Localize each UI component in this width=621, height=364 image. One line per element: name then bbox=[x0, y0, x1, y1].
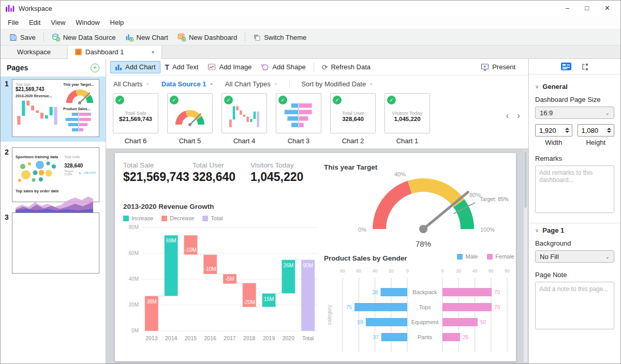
minimize-button[interactable]: – bbox=[566, 1, 569, 16]
structure-outline-icon[interactable] bbox=[581, 63, 589, 71]
width-stepper[interactable] bbox=[535, 124, 572, 136]
filter-data-source[interactable]: Data Source 1 ⌄ bbox=[161, 80, 214, 88]
legend-swatch bbox=[457, 254, 463, 260]
page-size-select[interactable]: 16:9 ⌄ bbox=[535, 107, 614, 119]
remarks-textarea[interactable] bbox=[535, 165, 614, 213]
menu-view[interactable]: View bbox=[46, 19, 70, 26]
add-text-button[interactable]: T Add Text bbox=[160, 61, 203, 73]
mini-tornado-chart bbox=[282, 102, 315, 128]
menu-help[interactable]: Help bbox=[105, 19, 129, 26]
menu-edit[interactable]: Edit bbox=[24, 19, 46, 26]
page-thumbnail-2[interactable]: 2 Sportmen training data bbox=[1, 145, 106, 207]
gallery-forward-button[interactable]: › bbox=[517, 111, 520, 121]
chevron-down-icon: ⌄ bbox=[209, 80, 213, 86]
tornado-chart[interactable]: Product Sales by Gender Male Female 0020… bbox=[324, 254, 515, 361]
new-chart-button[interactable]: New Chart bbox=[121, 31, 173, 44]
close-button[interactable]: ✕ bbox=[604, 1, 610, 16]
maximize-button[interactable]: □ bbox=[585, 1, 589, 16]
text-tool-icon: T bbox=[165, 63, 170, 71]
width-label: Width bbox=[535, 139, 572, 146]
add-image-button[interactable]: Add Image bbox=[203, 61, 256, 73]
page-thumbnail-1[interactable]: 1 Total Sale $21,569,743 2013-2020 Reven… bbox=[1, 77, 106, 142]
filter-all-charts[interactable]: All Charts ⌄ bbox=[113, 80, 150, 88]
page-thumbnail-3[interactable]: 3 bbox=[1, 210, 106, 278]
thumb-target: Target: 3,000 bbox=[64, 170, 76, 176]
main-toolbar: Save New Data Source New Chart bbox=[1, 29, 620, 46]
new-dashboard-button[interactable]: New Dashboard bbox=[173, 31, 242, 44]
chart-gallery: ✓ Total Sale $21,569,743 Chart 6 ✓ Chart… bbox=[106, 92, 528, 149]
data-source-icon bbox=[52, 33, 60, 41]
waterfall-chart[interactable]: 2013-2020 Revenue Growth Increase Decrea… bbox=[123, 203, 324, 353]
canvas-toolbar: Add Chart T Add Text Add Image bbox=[106, 59, 528, 75]
chart-card-3[interactable]: ✓ Chart 3 bbox=[276, 93, 321, 148]
add-page-button[interactable]: + bbox=[91, 64, 99, 72]
step-up-icon[interactable] bbox=[565, 128, 569, 130]
new-data-source-button[interactable]: New Data Source bbox=[47, 31, 121, 44]
dashboard-page[interactable]: Total Sale $21,569,743 Total User 328,64… bbox=[115, 153, 516, 361]
chart-card-4[interactable]: ✓ Chart 4 bbox=[221, 93, 267, 148]
svg-text:0%: 0% bbox=[358, 226, 366, 233]
add-shape-button[interactable]: Add Shape bbox=[256, 61, 310, 73]
remarks-label: Remarks bbox=[535, 155, 614, 162]
menu-file[interactable]: File bbox=[3, 19, 24, 26]
step-down-icon[interactable] bbox=[565, 131, 569, 133]
svg-text:60: 60 bbox=[489, 268, 494, 274]
filter-chart-types[interactable]: All Chart Types ⌄ bbox=[225, 80, 278, 88]
svg-text:38: 38 bbox=[372, 290, 378, 295]
refresh-data-button[interactable]: ⟳ Refresh Data bbox=[317, 61, 375, 73]
kpi-total-sale: Total Sale $21,569,743 bbox=[123, 161, 193, 184]
svg-text:-10M: -10M bbox=[204, 266, 216, 272]
chart-card-2[interactable]: ✓ Total User 328,640 Chart 2 bbox=[330, 93, 376, 148]
gallery-back-button[interactable]: ‹ bbox=[506, 111, 509, 121]
step-up-icon[interactable] bbox=[607, 128, 611, 130]
section-general[interactable]: ∨ General bbox=[535, 83, 614, 90]
svg-text:20: 20 bbox=[456, 268, 462, 274]
present-icon bbox=[481, 63, 489, 71]
switch-theme-button[interactable]: Switch Theme bbox=[248, 31, 311, 44]
chart-card-1[interactable]: ✓ Visitors Today 1,045,220 Chart 1 bbox=[385, 93, 430, 148]
gauge-title: This year Target bbox=[324, 163, 515, 171]
dashboard-settings-icon[interactable] bbox=[561, 63, 571, 70]
tab-workspace[interactable]: Workspace bbox=[1, 46, 68, 58]
step-down-icon[interactable] bbox=[607, 131, 611, 133]
save-button[interactable]: Save bbox=[5, 31, 40, 44]
canvas-scrollbar[interactable] bbox=[524, 150, 527, 362]
background-select[interactable]: No Fill ⌄ bbox=[535, 250, 614, 263]
svg-text:-10M: -10M bbox=[185, 247, 197, 253]
svg-text:40%: 40% bbox=[394, 171, 406, 177]
page-note-textarea[interactable] bbox=[535, 282, 614, 329]
tornado-plot: 0020204040606080803870Backpack7570Tops59… bbox=[324, 265, 515, 361]
pages-panel: Pages + 1 Total Sale $21,569,743 2013-20… bbox=[1, 59, 106, 363]
refresh-icon: ⟳ bbox=[322, 63, 328, 71]
height-input[interactable] bbox=[578, 127, 602, 134]
inspector-panel: ∨ General Dashboard Page Size 16:9 ⌄ bbox=[528, 59, 620, 363]
page-note-label: Page Note bbox=[535, 271, 614, 279]
present-button[interactable]: Present bbox=[476, 61, 520, 73]
width-input[interactable] bbox=[536, 127, 559, 134]
chart-card-6[interactable]: ✓ Total Sale $21,569,743 Chart 6 bbox=[113, 93, 158, 148]
svg-text:40: 40 bbox=[373, 268, 378, 274]
chart-card-5[interactable]: ✓ Chart 5 bbox=[167, 93, 213, 148]
svg-text:20: 20 bbox=[389, 268, 394, 274]
svg-text:78%: 78% bbox=[416, 239, 431, 248]
menu-window[interactable]: Window bbox=[70, 19, 105, 26]
svg-text:Total: Total bbox=[302, 335, 314, 341]
filter-separator bbox=[289, 80, 290, 88]
add-chart-button[interactable]: Add Chart bbox=[110, 61, 160, 73]
tab-dashboard-1[interactable]: Dashboard 1 ▾ bbox=[68, 46, 162, 59]
kpi-row[interactable]: Total Sale $21,569,743 Total User 328,64… bbox=[123, 161, 303, 184]
svg-text:2015: 2015 bbox=[185, 335, 197, 341]
section-page-1[interactable]: ∨ Page 1 bbox=[535, 226, 614, 234]
tab-dropdown-caret-icon[interactable]: ▾ bbox=[152, 49, 154, 55]
chart-filter-bar: All Charts ⌄ Data Source 1 ⌄ All Chart T… bbox=[106, 75, 528, 92]
inspector-divider bbox=[529, 223, 620, 223]
filter-sort[interactable]: Sort by Modified Date ⌄ bbox=[301, 80, 373, 88]
svg-text:40M: 40M bbox=[129, 276, 139, 282]
gauge-chart[interactable]: This year Target 0%40%80%100%Target: 85%… bbox=[324, 163, 515, 261]
scrollbar-thumb[interactable] bbox=[524, 151, 527, 208]
svg-text:90M: 90M bbox=[303, 263, 313, 268]
waterfall-legend: Increase Decrease Total bbox=[123, 215, 324, 221]
height-stepper[interactable] bbox=[578, 124, 615, 136]
new-chart-icon bbox=[125, 33, 134, 41]
svg-text:60: 60 bbox=[357, 268, 362, 274]
